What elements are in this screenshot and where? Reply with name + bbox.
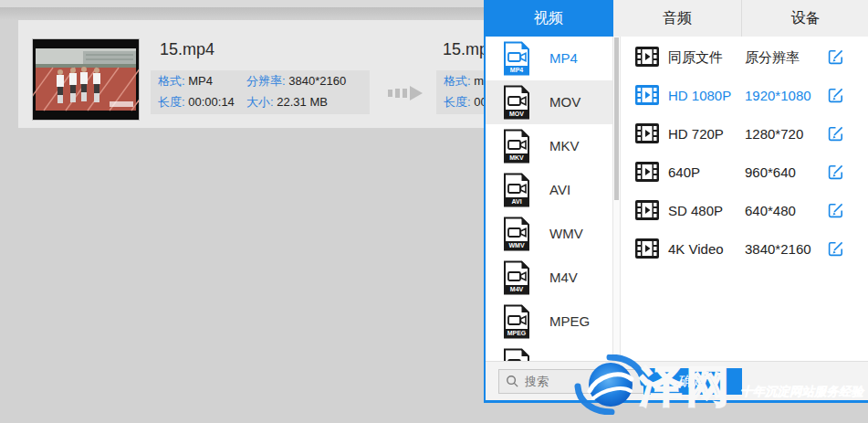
popup-bottom-bar: 确定: [486, 361, 868, 400]
svg-text:MPEG: MPEG: [507, 330, 527, 336]
film-icon: [635, 47, 659, 67]
profile-row-hd1080p[interactable]: HD 1080P 1920*1080: [621, 79, 868, 112]
wmv-file-icon: WMV: [502, 217, 531, 251]
format-label: MPEG: [549, 300, 590, 344]
svg-text:MP4: MP4: [510, 67, 524, 73]
source-format-label: 格式:: [158, 74, 185, 88]
format-item-mkv[interactable]: MKV MKV: [486, 124, 612, 168]
edit-profile-icon[interactable]: [827, 164, 844, 181]
avi-file-icon: AVI: [502, 173, 531, 207]
profile-name: SD 480P: [668, 195, 723, 227]
format-picker-popup: 视频 音频 设备 MP4 MP4: [484, 0, 868, 403]
svg-text:MKV: MKV: [509, 154, 524, 161]
source-duration-label: 长度:: [158, 95, 185, 109]
video-thumbnail: [32, 38, 140, 121]
profile-row-hd720p[interactable]: HD 720P 1280*720: [621, 118, 868, 151]
source-resolution-value: 3840*2160: [288, 74, 346, 88]
edit-profile-icon[interactable]: [827, 202, 844, 219]
format-label: MP4: [549, 37, 578, 80]
confirm-button[interactable]: 确定: [643, 368, 742, 395]
partial-file-icon: [502, 348, 531, 361]
film-icon: [635, 200, 659, 220]
profile-resolution: 1280*720: [745, 118, 803, 151]
video-thumbnail-image: [33, 39, 139, 120]
m4v-file-icon: M4V: [502, 260, 531, 295]
source-file-title: 15.mp4: [160, 40, 214, 59]
svg-text:AVI: AVI: [511, 198, 521, 205]
mpeg-file-icon: MPEG: [502, 304, 531, 339]
mkv-file-icon: MKV: [502, 129, 531, 164]
svg-text:MOV: MOV: [509, 111, 524, 117]
app-window: 15.mp4 格式: MP4 分辨率: 3840*2160 长度: 00:00:…: [0, 0, 868, 423]
mp4-file-icon: MP4: [502, 41, 531, 76]
target-format-label: 格式:: [444, 74, 471, 88]
profile-name: 4K Video: [668, 233, 724, 266]
tab-divider: [741, 0, 742, 37]
format-item-partial[interactable]: [486, 344, 612, 361]
film-icon: [635, 162, 659, 182]
source-file-meta: 格式: MP4 分辨率: 3840*2160 长度: 00:00:14 大小: …: [151, 70, 370, 114]
svg-text:M4V: M4V: [510, 286, 524, 292]
convert-arrow-icon: [388, 84, 434, 102]
profile-name: 640P: [668, 156, 700, 189]
edit-profile-icon[interactable]: [827, 125, 844, 143]
format-label: WMV: [549, 212, 583, 256]
profile-resolution: 3840*2160: [745, 233, 811, 266]
profile-resolution: 1920*1080: [745, 79, 811, 112]
profile-name: HD 720P: [668, 118, 724, 151]
format-list: MP4 MP4 MOV MOV: [486, 37, 612, 361]
format-item-mov[interactable]: MOV MOV: [486, 80, 612, 124]
profile-resolution: 原分辨率: [745, 41, 800, 74]
profile-row-sd480p[interactable]: SD 480P 640*480: [621, 195, 868, 227]
source-duration-value: 00:00:14: [188, 95, 235, 109]
mov-file-icon: MOV: [502, 85, 531, 120]
edit-profile-icon[interactable]: [827, 87, 844, 104]
profile-row-original[interactable]: 同原文件 原分辨率: [621, 41, 868, 74]
profile-panel: 同原文件 原分辨率 HD 1080P 1920*1080: [621, 37, 868, 361]
popup-tab-bar: 视频 音频 设备: [484, 0, 868, 37]
search-icon: [506, 375, 519, 388]
source-resolution-label: 分辨率:: [246, 74, 286, 88]
format-item-mpeg[interactable]: MPEG MPEG: [486, 300, 612, 344]
profile-name: HD 1080P: [668, 79, 731, 112]
source-size-label: 大小:: [246, 95, 274, 109]
tab-audio-label: 音频: [663, 9, 692, 28]
format-label: MOV: [549, 80, 580, 124]
profile-resolution: 960*640: [745, 156, 796, 189]
search-input[interactable]: [525, 375, 662, 388]
edit-profile-icon[interactable]: [827, 240, 844, 258]
source-size-value: 22.31 MB: [277, 95, 328, 109]
edit-profile-icon[interactable]: [827, 48, 844, 66]
tab-audio[interactable]: 音频: [613, 0, 741, 37]
tab-video-label: 视频: [534, 9, 563, 28]
scrollbar-thumb[interactable]: [614, 37, 619, 200]
format-item-mp4[interactable]: MP4 MP4: [486, 37, 612, 80]
tab-device[interactable]: 设备: [741, 0, 868, 37]
format-label: M4V: [549, 256, 578, 300]
film-icon: [635, 123, 659, 143]
svg-text:WMV: WMV: [508, 242, 524, 249]
profile-resolution: 640*480: [745, 195, 796, 227]
film-icon: [635, 85, 659, 105]
format-item-wmv[interactable]: WMV WMV: [486, 212, 612, 256]
format-item-avi[interactable]: AVI AVI: [486, 168, 612, 212]
target-duration-label: 长度:: [444, 95, 471, 109]
profile-row-640p[interactable]: 640P 960*640: [621, 156, 868, 189]
format-label: AVI: [549, 168, 570, 212]
format-list-scrollbar[interactable]: [612, 37, 621, 361]
tab-device-label: 设备: [791, 9, 821, 28]
film-icon: [635, 238, 659, 259]
format-label: MKV: [549, 124, 580, 168]
profile-row-4k[interactable]: 4K Video 3840*2160: [621, 233, 868, 266]
profile-name: 同原文件: [668, 41, 723, 74]
format-item-m4v[interactable]: M4V M4V: [486, 256, 612, 300]
source-format-value: MP4: [188, 74, 213, 88]
tab-video[interactable]: 视频: [484, 0, 613, 37]
